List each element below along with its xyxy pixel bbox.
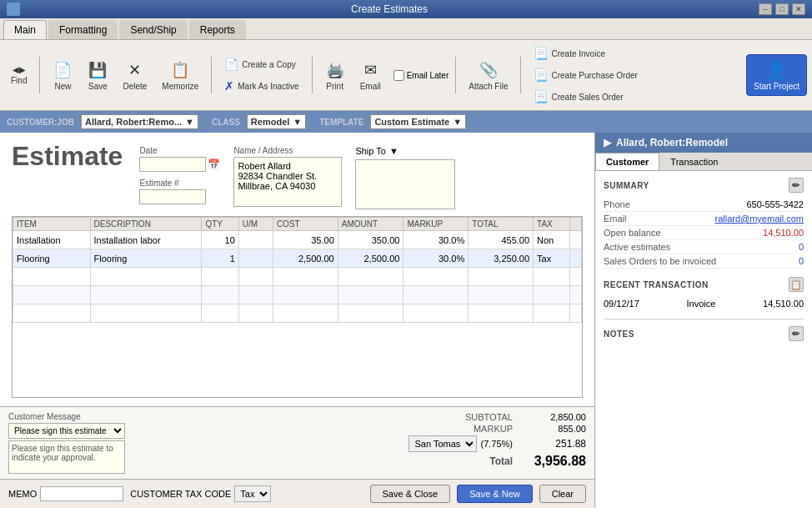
ship-to-dropdown-arrow[interactable]: ▼ bbox=[389, 146, 398, 156]
email-button[interactable]: ✉ Email bbox=[354, 58, 387, 93]
cell-qty-2[interactable]: 1 bbox=[202, 249, 238, 268]
right-tab-transaction[interactable]: Transaction bbox=[659, 153, 729, 170]
col-total: TOTAL bbox=[469, 218, 534, 231]
cell-scroll-1 bbox=[570, 231, 582, 249]
estimate-number-input[interactable]: 616 bbox=[139, 189, 206, 204]
delete-button[interactable]: ✕ Delete bbox=[117, 58, 153, 93]
cell-item-2[interactable]: Flooring bbox=[13, 249, 91, 268]
title-bar: Create Estimates – □ ✕ bbox=[0, 0, 812, 18]
cell-tax-1[interactable]: Non bbox=[534, 231, 570, 249]
cell-total-1[interactable]: 455.00 bbox=[469, 231, 534, 249]
sales-orders-row: Sales Orders to be invoiced 0 bbox=[604, 254, 804, 269]
memo-field: MEMO bbox=[8, 486, 123, 501]
cell-desc-2[interactable]: Flooring bbox=[90, 249, 202, 268]
email-later-checkbox[interactable] bbox=[393, 70, 404, 81]
tax-code-dropdown[interactable]: Tax bbox=[234, 485, 271, 502]
tab-sendship[interactable]: Send/Ship bbox=[119, 20, 187, 39]
cell-item-1[interactable]: Installation bbox=[13, 231, 91, 249]
customer-job-label: CUSTOMER:JOB bbox=[7, 118, 74, 127]
save-close-button[interactable]: Save & Close bbox=[370, 485, 451, 503]
date-input[interactable]: 12/15/2017 bbox=[139, 157, 206, 172]
save-button[interactable]: 💾 Save bbox=[82, 58, 113, 93]
memorize-button[interactable]: 📋 Memorize bbox=[156, 58, 204, 93]
template-label: TEMPLATE bbox=[319, 118, 363, 127]
minimize-button[interactable]: – bbox=[759, 3, 772, 15]
address-block[interactable]: Robert Allard 92834 Chandler St. Millbra… bbox=[233, 157, 342, 207]
customer-message-box[interactable]: Please sign this estimate toindicate you… bbox=[8, 440, 125, 474]
attach-file-button[interactable]: 📎 Attach File bbox=[463, 58, 514, 93]
notes-section: NOTES ✏ bbox=[604, 319, 804, 341]
print-button[interactable]: 🖨️ Print bbox=[319, 58, 351, 93]
tax-name-dropdown[interactable]: San Tomas bbox=[409, 435, 477, 452]
ship-to-block[interactable] bbox=[355, 159, 455, 209]
find-button[interactable]: ◀▶ Find bbox=[5, 63, 33, 88]
table-row-empty-1[interactable] bbox=[13, 268, 582, 286]
class-dropdown[interactable]: Remodel ▼ bbox=[247, 114, 306, 129]
cell-markup-2[interactable]: 30.0% bbox=[403, 249, 469, 268]
separator-1 bbox=[39, 57, 40, 93]
table-row[interactable]: Flooring Flooring 1 2,500.00 2,500.00 30… bbox=[13, 249, 582, 268]
table-row-empty-3[interactable] bbox=[13, 304, 582, 323]
delete-icon: ✕ bbox=[125, 60, 145, 80]
summary-edit-button[interactable]: ✏ bbox=[789, 178, 804, 193]
cell-total-2[interactable]: 3,250.00 bbox=[469, 249, 534, 268]
table-row[interactable]: Installation Installation labor 10 35.00… bbox=[13, 231, 582, 249]
mark-inactive-button[interactable]: ✗ Mark As Inactive bbox=[218, 76, 304, 96]
notes-edit-button[interactable]: ✏ bbox=[789, 326, 804, 341]
close-button[interactable]: ✕ bbox=[792, 3, 805, 15]
class-dropdown-arrow: ▼ bbox=[293, 117, 302, 127]
create-copy-button[interactable]: 📄 Create a Copy bbox=[218, 54, 304, 74]
customer-message-dropdown[interactable]: Please sign this estimate to... bbox=[8, 423, 125, 439]
date-field: Date 12/15/2017 📅 Estimate # 616 bbox=[139, 146, 220, 209]
clear-button[interactable]: Clear bbox=[539, 485, 586, 503]
tab-reports[interactable]: Reports bbox=[189, 20, 246, 39]
tax-code-field: CUSTOMER TAX CODE Tax bbox=[130, 485, 271, 502]
cell-tax-2[interactable]: Tax bbox=[534, 249, 570, 268]
cell-scroll-2 bbox=[570, 249, 582, 268]
toolbar-group-copy: 📄 Create a Copy ✗ Mark As Inactive bbox=[218, 54, 304, 96]
save-new-button[interactable]: Save & New bbox=[457, 485, 533, 503]
save-icon: 💾 bbox=[88, 60, 108, 80]
cell-qty-1[interactable]: 10 bbox=[202, 231, 238, 249]
start-project-button[interactable]: 👤 Start Project bbox=[746, 54, 807, 96]
invoice-icon: 📃 bbox=[534, 47, 548, 60]
email-row: Email rallard@myemail.com bbox=[604, 212, 804, 226]
totals-area: Customer Message Please sign this estima… bbox=[0, 406, 594, 479]
window-title: Create Estimates bbox=[351, 3, 428, 15]
class-label: CLASS bbox=[212, 118, 240, 127]
maximize-button[interactable]: □ bbox=[775, 3, 789, 15]
cell-cost-2[interactable]: 2,500.00 bbox=[273, 249, 338, 268]
col-markup: MARKUP bbox=[403, 218, 469, 231]
copy-icon: 📄 bbox=[224, 58, 238, 71]
toolbar: ◀▶ Find 📄 New 💾 Save ✕ Delete 📋 Memorize bbox=[0, 40, 812, 111]
create-purchase-order-button[interactable]: 📃 Create Purchase Order bbox=[528, 65, 643, 85]
sales-order-icon: 📃 bbox=[534, 90, 548, 103]
tab-formatting[interactable]: Formatting bbox=[48, 20, 118, 39]
memo-input[interactable] bbox=[40, 486, 123, 501]
find-icon: ◀▶ bbox=[13, 65, 26, 74]
recent-edit-button[interactable]: 📋 bbox=[789, 277, 804, 292]
calendar-icon[interactable]: 📅 bbox=[208, 158, 220, 170]
start-project-icon: 👤 bbox=[766, 60, 787, 80]
app-icon bbox=[7, 3, 20, 16]
table-header-row: ITEM DESCRIPTION QTY U/M COST AMOUNT MAR… bbox=[13, 218, 582, 231]
template-dropdown[interactable]: Custom Estimate ▼ bbox=[370, 114, 466, 129]
cell-markup-1[interactable]: 30.0% bbox=[403, 231, 469, 249]
right-tab-customer[interactable]: Customer bbox=[595, 153, 659, 170]
table-row-empty-2[interactable] bbox=[13, 286, 582, 304]
customer-job-dropdown[interactable]: Allard, Robert:Remo... ▼ bbox=[81, 114, 198, 129]
right-panel-arrow: ▶ bbox=[604, 137, 611, 148]
cell-um-2[interactable] bbox=[238, 249, 273, 268]
col-amount: AMOUNT bbox=[338, 218, 403, 231]
create-sales-order-button[interactable]: 📃 Create Sales Order bbox=[528, 87, 643, 107]
new-button[interactable]: 📄 New bbox=[47, 58, 78, 93]
tab-main[interactable]: Main bbox=[3, 20, 47, 39]
create-invoice-button[interactable]: 📃 Create Invoice bbox=[528, 43, 643, 63]
cell-um-1[interactable] bbox=[238, 231, 273, 249]
cell-cost-1[interactable]: 35.00 bbox=[273, 231, 338, 249]
cell-desc-1[interactable]: Installation labor bbox=[90, 231, 202, 249]
separator-3 bbox=[312, 57, 313, 93]
cell-amount-2[interactable]: 2,500.00 bbox=[338, 249, 403, 268]
cell-amount-1[interactable]: 350.00 bbox=[338, 231, 403, 249]
col-tax: TAX bbox=[534, 218, 570, 231]
